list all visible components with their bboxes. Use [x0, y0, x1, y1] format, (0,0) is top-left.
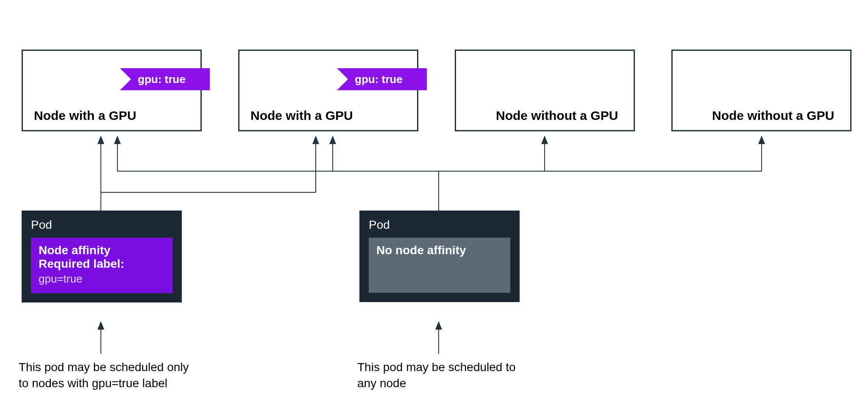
node-gpu-tag-1: gpu: true: [120, 68, 210, 90]
pod-box-2: Pod No node affinity: [359, 211, 520, 302]
node-label-1: Node with a GPU: [34, 108, 136, 123]
pod-affinity-1-line1: Node affinity: [39, 244, 165, 257]
pod-affinity-1-line2: Required label:: [39, 257, 165, 271]
node-label-3: Node without a GPU: [496, 108, 618, 123]
pod-title-1: Pod: [31, 218, 172, 232]
pod-caption-2: This pod may be scheduled to any node: [357, 359, 569, 391]
diagram-canvas: gpu: true Node with a GPU gpu: true Node…: [0, 0, 868, 405]
node-gpu-tag-2: gpu: true: [337, 68, 427, 90]
pod-box-1: Pod Node affinity Required label: gpu=tr…: [22, 211, 182, 302]
gpu-tag-label-1: gpu: true: [138, 73, 186, 86]
gpu-tag-label-2: gpu: true: [355, 73, 403, 86]
pod-caption-1: This pod may be scheduled only to nodes …: [19, 359, 239, 391]
node-label-4: Node without a GPU: [712, 108, 834, 123]
pod-affinity-2-line1: No node affinity: [376, 244, 503, 257]
pod-title-2: Pod: [369, 218, 510, 232]
pod-affinity-2: No node affinity: [369, 238, 510, 293]
node-label-2: Node with a GPU: [250, 108, 353, 123]
pod-affinity-1-line3: gpu=true: [39, 272, 165, 286]
pod-affinity-1: Node affinity Required label: gpu=true: [31, 238, 172, 293]
